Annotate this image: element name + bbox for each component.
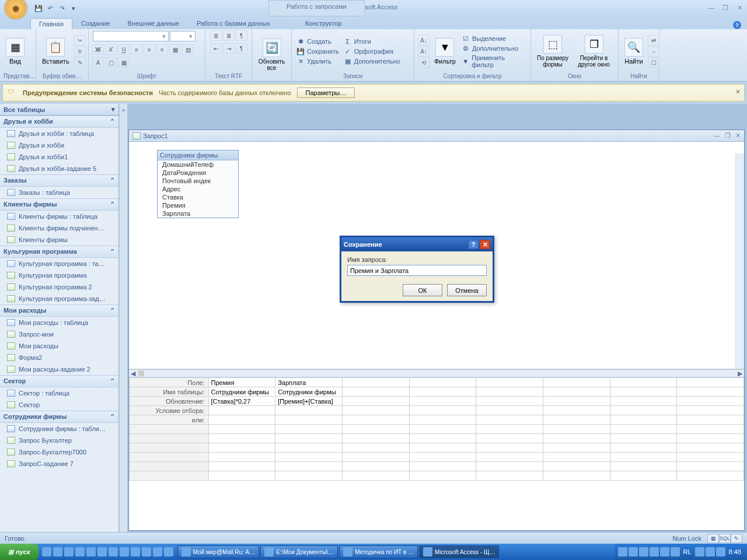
grid-cell[interactable] — [610, 462, 677, 471]
grid-cell[interactable] — [409, 378, 476, 387]
grid-cell[interactable] — [476, 387, 543, 397]
nav-item[interactable]: ЗапроС-задание 7 — [0, 458, 118, 470]
horizontal-splitter[interactable]: ◀▶ — [129, 369, 744, 377]
grid-cell[interactable] — [342, 453, 409, 462]
ql-icon[interactable] — [131, 547, 140, 556]
grid-cell[interactable] — [409, 415, 476, 425]
help-icon[interactable]: ? — [733, 21, 741, 29]
grid-cell[interactable] — [275, 462, 343, 471]
goto-icon[interactable]: → — [648, 46, 659, 57]
grid-cell[interactable] — [543, 434, 610, 443]
tray-icon[interactable] — [639, 547, 648, 556]
grid-cell[interactable] — [409, 425, 476, 434]
grid-cell[interactable] — [476, 453, 543, 462]
tray-icon[interactable] — [629, 547, 638, 556]
fit-form-button[interactable]: ⬚По размеру формы — [535, 34, 571, 69]
ql-icon[interactable] — [64, 547, 74, 556]
nav-item[interactable]: Клиенты фирмы — [0, 234, 118, 246]
format-painter-icon[interactable]: ✎ — [74, 57, 86, 68]
grid-cell[interactable] — [476, 443, 543, 453]
grid-cell[interactable] — [677, 397, 744, 406]
ql-icon[interactable] — [53, 547, 62, 556]
cancel-button[interactable]: Отмена — [447, 284, 487, 296]
qat-more-icon[interactable]: ▾ — [69, 4, 78, 13]
align-right-icon[interactable]: ≡ — [156, 44, 168, 55]
totals-button[interactable]: ΣИтоги — [343, 37, 402, 46]
advanced-button[interactable]: ⚙Дополнительно — [460, 44, 527, 53]
grid-cell[interactable] — [677, 453, 744, 462]
grid-cell[interactable] — [342, 387, 409, 397]
ok-button[interactable]: ОК — [403, 284, 442, 296]
nav-item[interactable]: Форма2 — [0, 352, 118, 363]
tray-icon[interactable] — [671, 547, 680, 556]
nav-group-header[interactable]: Заказы⌃ — [0, 174, 118, 187]
nav-group-header[interactable]: Друзья и хобби⌃ — [0, 116, 118, 128]
minimize-button[interactable]: — — [707, 4, 715, 12]
field-item[interactable]: ДатаРождения — [158, 169, 238, 177]
view-datasheet-icon[interactable]: ▦ — [707, 534, 719, 543]
grid-cell[interactable] — [543, 397, 610, 406]
nav-group-header[interactable]: Сотрудники фирмы⌃ — [0, 411, 118, 423]
nav-item[interactable]: Запрос-Бухгалтер7000 — [0, 446, 118, 458]
ltr-icon[interactable]: ¶ — [236, 30, 247, 41]
grid-cell[interactable] — [342, 471, 409, 481]
grid-cell[interactable] — [409, 397, 476, 406]
tray-icon[interactable] — [650, 547, 659, 556]
grid-cell[interactable] — [409, 406, 476, 415]
ql-icon[interactable] — [164, 547, 173, 556]
nav-item[interactable]: Заказы : таблица — [0, 187, 118, 198]
grid-cell[interactable] — [677, 434, 744, 443]
grid-cell[interactable] — [677, 471, 744, 481]
align-left-icon[interactable]: ≡ — [131, 44, 142, 55]
nav-group-header[interactable]: Культурная программа⌃ — [0, 246, 118, 258]
grid-cell[interactable] — [208, 462, 275, 471]
grid-cell[interactable] — [610, 425, 677, 434]
nav-group-header[interactable]: Мои расходы⌃ — [0, 304, 118, 317]
grid-cell[interactable] — [610, 397, 677, 406]
grid-cell[interactable] — [476, 378, 543, 387]
font-color-icon[interactable]: A — [92, 57, 104, 68]
ql-icon[interactable] — [120, 547, 129, 556]
gridlines-icon[interactable]: ▦ — [169, 44, 181, 55]
delete-record-button[interactable]: ✕Удалить — [295, 57, 340, 66]
grid-cell[interactable] — [476, 434, 543, 443]
spelling-button[interactable]: ✓Орфография — [343, 47, 402, 56]
nav-item[interactable]: Культурная программа-зад… — [0, 293, 118, 304]
nav-item[interactable]: Мои расходы — [0, 340, 118, 352]
grid-cell[interactable] — [409, 453, 476, 462]
grid-cell[interactable] — [275, 415, 343, 425]
numbering-icon[interactable]: ≣ — [223, 30, 235, 41]
nav-collapse-button[interactable]: « — [119, 104, 127, 532]
refresh-button[interactable]: 🔄Обновить все — [256, 37, 288, 72]
grid-cell[interactable] — [543, 406, 610, 415]
security-options-button[interactable]: Параметры… — [297, 88, 355, 98]
taskbar-app-button[interactable]: Microsoft Access - Щ… — [419, 545, 499, 558]
doc-maximize-icon[interactable]: ❐ — [725, 132, 731, 139]
italic-button[interactable]: К — [105, 44, 117, 55]
grid-cell[interactable] — [610, 471, 677, 481]
grid-cell[interactable] — [275, 443, 343, 453]
taskbar-app-button[interactable]: Методичка по ИТ в … — [339, 545, 418, 558]
save-icon[interactable]: 💾 — [34, 4, 43, 13]
grid-cell[interactable] — [342, 406, 409, 415]
grid-cell[interactable] — [342, 378, 409, 387]
scroll-left-icon[interactable]: ◀ — [129, 370, 137, 377]
grid-cell[interactable] — [342, 434, 409, 443]
grid-cell[interactable] — [409, 462, 476, 471]
select-icon[interactable]: ☐ — [648, 57, 659, 68]
tab-dbtools[interactable]: Работа с базами данных — [188, 18, 279, 29]
grid-cell[interactable] — [543, 415, 610, 425]
field-item[interactable]: Зарплата — [158, 209, 238, 218]
redo-icon[interactable]: ↷ — [57, 4, 67, 13]
tray-icon[interactable] — [706, 547, 715, 556]
grid-cell[interactable] — [677, 462, 744, 471]
field-item[interactable]: Премия — [158, 201, 238, 209]
tab-home[interactable]: Главная — [30, 18, 72, 29]
grid-cell[interactable] — [342, 397, 409, 406]
highlight-icon[interactable]: ▢ — [105, 57, 117, 68]
tray-icon[interactable] — [716, 547, 725, 556]
field-item[interactable]: Почтовый индек — [158, 177, 238, 185]
grid-cell[interactable] — [476, 415, 543, 425]
field-item[interactable]: ДомашнийТелеф — [158, 160, 238, 169]
nav-item[interactable]: Запрос-мои — [0, 328, 118, 340]
